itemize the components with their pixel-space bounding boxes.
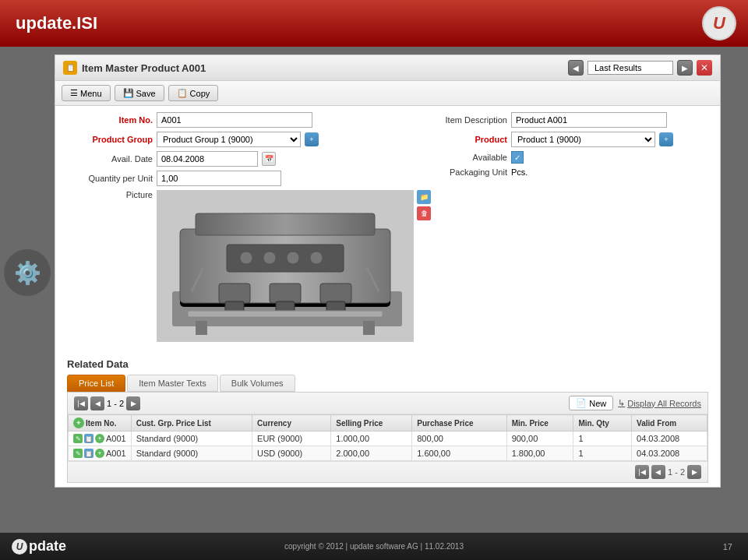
row-currency-0: EUR (9000): [252, 431, 331, 446]
copy-button[interactable]: 📋 Copy: [168, 85, 219, 101]
page-footer: U pdate copyright © 2012 | update softwa…: [0, 533, 748, 560]
svg-rect-19: [196, 321, 207, 335]
tab-price-list[interactable]: Price List: [67, 375, 125, 392]
svg-rect-6: [270, 284, 301, 303]
picture-upload-btn[interactable]: 📁: [417, 190, 431, 204]
table-page-info: 1 - 2: [107, 399, 124, 408]
available-checkbox[interactable]: ✓: [511, 151, 524, 164]
qty-per-unit-row: Quantity per Unit 1,00: [67, 171, 414, 186]
arrow-right-icon: ↳: [618, 398, 625, 408]
table-next-btn[interactable]: ▶: [126, 396, 140, 410]
price-list-table: + Item No. Cust. Grp. Price List Currenc…: [68, 414, 707, 461]
svg-point-16: [287, 252, 299, 264]
menu-label: Menu: [80, 89, 102, 98]
related-data-title: Related Data: [67, 358, 708, 370]
table-footer-first-btn[interactable]: |◀: [635, 465, 649, 479]
row-add-icon-0[interactable]: +: [95, 434, 104, 443]
svg-rect-18: [188, 311, 383, 317]
svg-point-17: [310, 252, 323, 264]
row-min-qty-1: 1: [573, 446, 632, 461]
svg-rect-7: [320, 284, 351, 303]
product-select[interactable]: Product 1 (9000): [511, 132, 655, 147]
toolbar: ☰ Menu 💾 Save 📋 Copy: [55, 81, 720, 106]
avail-date-input[interactable]: 08.04.2008: [157, 151, 258, 167]
main-area: ⚙️ 📋 Item Master Product A001 ◀ Last Res…: [0, 47, 748, 533]
footer-logo-circle: U: [12, 539, 27, 555]
tab-item-master-texts[interactable]: Item Master Texts: [127, 375, 218, 392]
logo-letter: U: [713, 13, 725, 33]
svg-rect-20: [363, 321, 375, 335]
product-group-select[interactable]: Product Group 1 (9000): [157, 132, 301, 147]
item-description-input[interactable]: Product A001: [511, 112, 667, 128]
picture-delete-btn[interactable]: 🗑: [417, 206, 431, 220]
product-group-label: Product Group: [67, 135, 153, 144]
new-record-btn[interactable]: 📄 New: [569, 396, 613, 410]
price-list-table-container: |◀ ◀ 1 - 2 ▶ 📄 New ↳ Display All Records: [67, 392, 708, 483]
copy-label: Copy: [190, 89, 210, 98]
qty-per-unit-label: Quantity per Unit: [67, 174, 153, 183]
svg-rect-4: [196, 213, 375, 235]
title-bar-left: 📋 Item Master Product A001: [63, 61, 206, 75]
table-prev-btn[interactable]: ◀: [90, 396, 104, 410]
row-cust-grp-1: Standard (9000): [131, 446, 252, 461]
tab-bar: Price List Item Master Texts Bulk Volume…: [67, 375, 708, 392]
tab-bulk-volumes[interactable]: Bulk Volumes: [220, 375, 295, 392]
header: update.ISI U: [0, 0, 748, 47]
calendar-icon[interactable]: 📅: [262, 152, 276, 166]
menu-button[interactable]: ☰ Menu: [62, 85, 111, 101]
row-edit-icon-1[interactable]: ✎: [73, 449, 83, 458]
row-copy-icon-1[interactable]: 📋: [84, 449, 94, 458]
item-no-input[interactable]: A001: [157, 112, 312, 128]
avail-date-label: Avail. Date: [67, 154, 153, 164]
col-selling-price-header: Selling Price: [331, 415, 412, 431]
table-first-btn[interactable]: |◀: [74, 396, 88, 410]
item-description-row: Item Description Product A001: [429, 112, 708, 128]
picture-container: 📁 🗑: [157, 190, 414, 342]
product-addon-btn[interactable]: +: [659, 132, 673, 146]
row-add-icon-1[interactable]: +: [95, 449, 104, 458]
row-min-price-0: 900,00: [506, 431, 573, 446]
new-label: New: [589, 399, 606, 408]
window-title: Item Master Product A001: [82, 62, 206, 74]
row-min-qty-0: 1: [573, 431, 632, 446]
qty-per-unit-input[interactable]: 1,00: [157, 171, 281, 186]
new-doc-icon: 📄: [576, 398, 587, 408]
col-item-no-header: Item No.: [86, 419, 116, 428]
row-copy-icon-0[interactable]: 📋: [84, 434, 94, 443]
available-row: Available ✓: [429, 151, 708, 164]
table-footer-next-btn[interactable]: ▶: [687, 465, 701, 479]
row-valid-from-0: 04.03.2008: [632, 431, 707, 446]
row-selling-price-1: 2.000,00: [331, 446, 412, 461]
form-icon: 📋: [63, 61, 77, 75]
sidebar-gear: ⚙️: [4, 249, 51, 296]
product-label: Product: [429, 135, 507, 144]
espresso-machine-image: [157, 190, 414, 342]
avail-date-row: Avail. Date 08.04.2008 📅: [67, 151, 414, 167]
add-row-icon[interactable]: +: [73, 417, 84, 428]
packaging-unit-label: Packaging Unit: [429, 167, 507, 177]
available-label: Available: [429, 153, 507, 162]
row-selling-price-0: 1.000,00: [331, 431, 412, 446]
form-col-left: Item No. A001 Product Group Product Grou…: [67, 112, 414, 346]
row-item-no-0: A001: [106, 434, 126, 443]
nav-prev-btn[interactable]: ◀: [568, 60, 584, 76]
copy-icon: 📋: [177, 88, 188, 98]
table-footer-pagination: 1 - 2: [668, 467, 685, 477]
col-valid-from-header: Valid From: [632, 415, 707, 431]
window-close-btn[interactable]: ✕: [697, 60, 712, 76]
row-edit-icon-0[interactable]: ✎: [73, 434, 83, 443]
col-currency-header: Currency: [252, 415, 331, 431]
table-footer-prev-btn[interactable]: ◀: [651, 465, 665, 479]
title-bar: 📋 Item Master Product A001 ◀ Last Result…: [55, 55, 720, 81]
form-fields: Item No. A001 Product Group Product Grou…: [55, 106, 720, 352]
form-col-right: Item Description Product A001 Product Pr…: [429, 112, 708, 346]
display-all-link[interactable]: ↳ Display All Records: [618, 398, 701, 408]
product-group-row: Product Group Product Group 1 (9000) +: [67, 132, 414, 147]
row-valid-from-1: 04.03.2008: [632, 446, 707, 461]
product-group-addon-btn[interactable]: +: [305, 132, 319, 146]
save-button[interactable]: 💾 Save: [115, 85, 164, 101]
row-purchase-price-1: 1.600,00: [412, 446, 506, 461]
nav-next-btn[interactable]: ▶: [677, 60, 693, 76]
col-actions: + Item No.: [69, 415, 132, 431]
last-results-dropdown[interactable]: Last Results: [587, 61, 673, 75]
